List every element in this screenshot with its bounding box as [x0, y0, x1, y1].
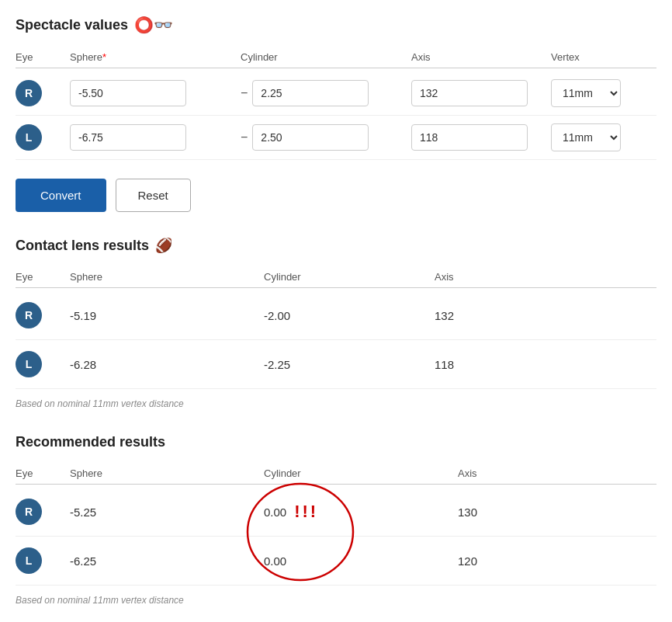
recommended-section: Recommended results Eye Sphere Cylinder …	[16, 434, 656, 606]
cl-header-sphere: Sphere	[70, 271, 264, 283]
cl-footnote: Based on nominal 11mm vertex distance	[16, 398, 656, 409]
cylinder-dash-l: −	[241, 130, 248, 144]
cylinder-cell-r: −	[241, 80, 411, 106]
cl-axis-l: 118	[435, 358, 590, 371]
spectacle-row-r: R − 11mm 12mm 13mm 14mm	[16, 71, 656, 116]
rec-row-l: L -6.25 0.00 120	[16, 537, 656, 586]
cl-row-r: R -5.19 -2.00 132	[16, 291, 656, 340]
rec-cylinder-r: 0.00	[264, 506, 286, 519]
rec-eye-badge-l: L	[16, 547, 70, 574]
header-sphere: Sphere	[70, 51, 241, 63]
cylinder-cell-l: −	[241, 124, 411, 151]
cl-eye-badge-l: L	[16, 351, 70, 377]
recommended-title: Recommended results	[16, 434, 656, 450]
cylinder-input-l[interactable]	[252, 124, 369, 151]
rec-axis-l: 120	[458, 554, 613, 568]
contact-lens-header: Eye Sphere Cylinder Axis	[16, 266, 656, 288]
cl-header-eye: Eye	[16, 271, 70, 283]
rec-header-sphere: Sphere	[70, 467, 264, 479]
sphere-cell-l[interactable]	[70, 124, 241, 151]
rec-axis-r: 130	[458, 506, 613, 519]
warning-exclamations-r: !!!	[294, 502, 318, 522]
rec-sphere-r: -5.25	[70, 506, 264, 519]
rec-header-cylinder: Cylinder	[264, 467, 458, 479]
glasses-icon: ⭕👓	[134, 16, 173, 34]
header-vertex: Vertex	[551, 51, 660, 63]
spectacle-section: Spectacle values ⭕👓 Eye Sphere Cylinder …	[16, 16, 656, 212]
rec-row-r: R -5.25 0.00 !!! 130	[16, 488, 656, 537]
header-axis: Axis	[411, 51, 551, 63]
spectacle-header: Eye Sphere Cylinder Axis Vertex	[16, 47, 656, 68]
vertex-cell-r[interactable]: 11mm 12mm 13mm 14mm	[551, 79, 660, 107]
button-row: Convert Reset	[16, 179, 656, 212]
cl-header-cylinder: Cylinder	[264, 271, 435, 283]
vertex-select-l[interactable]: 11mm 12mm 13mm 14mm	[551, 123, 621, 151]
cl-row-l: L -6.28 -2.25 118	[16, 340, 656, 389]
contact-lens-section: Contact lens results 🏈 Eye Sphere Cylind…	[16, 237, 656, 409]
cl-cylinder-l: -2.25	[264, 358, 435, 371]
vertex-cell-l[interactable]: 11mm 12mm 13mm 14mm	[551, 123, 660, 151]
contact-lens-title-text: Contact lens results	[16, 238, 149, 254]
eye-badge-l: L	[16, 124, 70, 151]
spectacle-row-l: L − 11mm 12mm 13mm 14mm	[16, 116, 656, 160]
rec-cylinder-row-r: 0.00 !!!	[264, 502, 458, 522]
header-cylinder: Cylinder	[241, 51, 411, 63]
recommended-title-text: Recommended results	[16, 434, 165, 450]
cl-sphere-l: -6.28	[70, 358, 264, 371]
header-eye: Eye	[16, 51, 70, 63]
rec-sphere-l: -6.25	[70, 554, 264, 568]
rec-cylinder-l: 0.00	[264, 554, 458, 568]
axis-cell-r[interactable]	[411, 80, 551, 106]
contact-lens-icon: 🏈	[155, 237, 172, 254]
convert-button[interactable]: Convert	[16, 179, 106, 212]
recommended-header: Eye Sphere Cylinder Axis	[16, 463, 656, 485]
axis-cell-l[interactable]	[411, 124, 551, 151]
cylinder-dash-r: −	[241, 86, 248, 100]
axis-input-r[interactable]	[411, 80, 528, 106]
cl-axis-r: 132	[435, 309, 590, 322]
sphere-input-l[interactable]	[70, 124, 186, 151]
rec-footnote: Based on nominal 11mm vertex distance	[16, 595, 656, 606]
spectacle-title-text: Spectacle values	[16, 17, 128, 33]
reset-button[interactable]: Reset	[116, 179, 191, 212]
cylinder-input-r[interactable]	[252, 80, 369, 106]
contact-lens-title: Contact lens results 🏈	[16, 237, 656, 254]
cl-sphere-r: -5.19	[70, 309, 264, 322]
spectacle-title: Spectacle values ⭕👓	[16, 16, 656, 34]
eye-badge-r: R	[16, 80, 70, 106]
sphere-input-r[interactable]	[70, 80, 186, 106]
sphere-cell-r[interactable]	[70, 80, 241, 106]
cl-header-axis: Axis	[435, 271, 590, 283]
cl-cylinder-r: -2.00	[264, 309, 435, 322]
cl-eye-badge-r: R	[16, 302, 70, 328]
rec-header-eye: Eye	[16, 467, 70, 479]
rec-header-axis: Axis	[458, 467, 613, 479]
vertex-select-r[interactable]: 11mm 12mm 13mm 14mm	[551, 79, 621, 107]
axis-input-l[interactable]	[411, 124, 528, 151]
rec-eye-badge-r: R	[16, 499, 70, 525]
